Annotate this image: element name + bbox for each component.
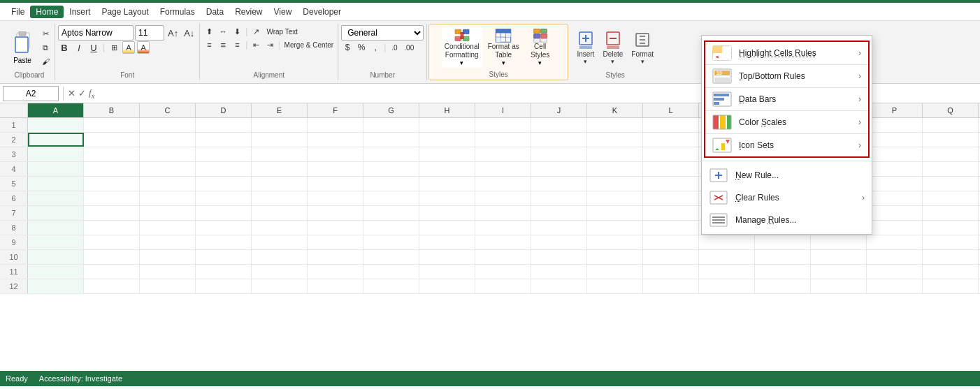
col-header-G[interactable]: G [363, 103, 419, 117]
cell-H2[interactable] [419, 133, 475, 147]
cell-B3[interactable] [84, 147, 140, 161]
cell-K12[interactable] [587, 279, 643, 293]
font-color-button[interactable]: A [137, 41, 150, 54]
cell-O5[interactable] [811, 177, 867, 191]
cell-B2[interactable] [84, 133, 140, 147]
insert-button[interactable]: Insert ▾ [574, 29, 597, 66]
cell-G5[interactable] [363, 177, 419, 191]
cell-L12[interactable] [643, 279, 699, 293]
cell-E5[interactable] [252, 177, 308, 191]
number-format-select[interactable]: General [341, 25, 424, 41]
cell-Q1[interactable] [923, 118, 979, 132]
cell-F4[interactable] [308, 162, 363, 176]
cell-F8[interactable] [308, 221, 363, 235]
cell-D11[interactable] [196, 265, 252, 279]
cell-I11[interactable] [475, 265, 531, 279]
menu-formulas[interactable]: Formulas [154, 6, 201, 18]
cell-F7[interactable] [308, 206, 363, 220]
cell-A7[interactable] [28, 206, 84, 220]
cell-B12[interactable] [84, 279, 140, 293]
cell-Q8[interactable] [923, 221, 979, 235]
cell-Q4[interactable] [923, 162, 979, 176]
cell-N11[interactable] [755, 265, 811, 279]
cell-P12[interactable] [867, 279, 923, 293]
cell-P7[interactable] [867, 206, 923, 220]
cell-L11[interactable] [643, 265, 699, 279]
cell-I4[interactable] [475, 162, 531, 176]
align-center-button[interactable]: ≡ [217, 38, 229, 51]
cell-E7[interactable] [252, 206, 308, 220]
cell-Q6[interactable] [923, 191, 979, 205]
col-header-C[interactable]: C [140, 103, 196, 117]
borders-button[interactable]: ⊞ [108, 41, 120, 54]
cell-L8[interactable] [643, 221, 699, 235]
cell-L5[interactable] [643, 177, 699, 191]
cell-G3[interactable] [363, 147, 419, 161]
cell-I3[interactable] [475, 147, 531, 161]
cell-K9[interactable] [587, 235, 643, 249]
cell-N8[interactable] [755, 221, 811, 235]
cell-B6[interactable] [84, 191, 140, 205]
align-left-button[interactable]: ≡ [203, 38, 215, 51]
cell-M11[interactable] [699, 265, 755, 279]
cell-N9[interactable] [755, 235, 811, 249]
cell-J7[interactable] [531, 206, 587, 220]
cell-L1[interactable] [643, 118, 699, 132]
cell-H12[interactable] [419, 279, 475, 293]
cell-N7[interactable] [755, 206, 811, 220]
cell-G4[interactable] [363, 162, 419, 176]
cell-F11[interactable] [308, 265, 363, 279]
cell-I7[interactable] [475, 206, 531, 220]
col-header-I[interactable]: I [475, 103, 531, 117]
cell-E10[interactable] [252, 250, 308, 264]
cell-H8[interactable] [419, 221, 475, 235]
cell-G10[interactable] [363, 250, 419, 264]
cell-K7[interactable] [587, 206, 643, 220]
cell-N6[interactable] [755, 191, 811, 205]
menu-data[interactable]: Data [201, 6, 229, 18]
cell-E3[interactable] [252, 147, 308, 161]
cell-D8[interactable] [196, 221, 252, 235]
decrease-decimal-button[interactable]: .0 [388, 41, 401, 54]
cell-D10[interactable] [196, 250, 252, 264]
cell-C6[interactable] [140, 191, 196, 205]
cell-A5[interactable] [28, 177, 84, 191]
col-header-N[interactable]: N [755, 103, 811, 117]
cell-N4[interactable] [755, 162, 811, 176]
cell-K1[interactable] [587, 118, 643, 132]
wrap-text-button[interactable]: Wrap Text [264, 25, 301, 38]
cell-K3[interactable] [587, 147, 643, 161]
increase-decimal-button[interactable]: .00 [402, 41, 416, 54]
col-header-F[interactable]: F [308, 103, 363, 117]
cell-P4[interactable] [867, 162, 923, 176]
cell-O11[interactable] [811, 265, 867, 279]
cell-C7[interactable] [140, 206, 196, 220]
cell-O6[interactable] [811, 191, 867, 205]
cell-H5[interactable] [419, 177, 475, 191]
cell-D4[interactable] [196, 162, 252, 176]
cell-N10[interactable] [755, 250, 811, 264]
cell-L7[interactable] [643, 206, 699, 220]
increase-font-size-button[interactable]: A↑ [166, 27, 180, 39]
cell-L9[interactable] [643, 235, 699, 249]
cell-K2[interactable] [587, 133, 643, 147]
cell-M7[interactable] [699, 206, 755, 220]
menu-developer[interactable]: Developer [297, 6, 347, 18]
cell-B1[interactable] [84, 118, 140, 132]
cell-K4[interactable] [587, 162, 643, 176]
col-header-B[interactable]: B [84, 103, 140, 117]
cell-G6[interactable] [363, 191, 419, 205]
menu-view[interactable]: View [268, 6, 298, 18]
decrease-indent-button[interactable]: ⇤ [250, 38, 262, 51]
menu-insert[interactable]: Insert [64, 6, 96, 18]
cell-M4[interactable] [699, 162, 755, 176]
cell-K11[interactable] [587, 265, 643, 279]
cell-E1[interactable] [252, 118, 308, 132]
cell-E11[interactable] [252, 265, 308, 279]
col-header-D[interactable]: D [196, 103, 252, 117]
col-header-Q[interactable]: Q [923, 103, 979, 117]
italic-button[interactable]: I [73, 41, 85, 54]
cell-H7[interactable] [419, 206, 475, 220]
cell-B9[interactable] [84, 235, 140, 249]
cell-C8[interactable] [140, 221, 196, 235]
